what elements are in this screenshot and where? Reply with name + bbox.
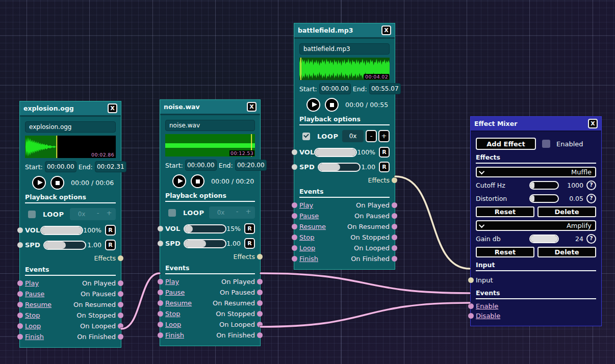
event-trigger-link[interactable]: Pause — [299, 212, 319, 220]
help-button[interactable]: ? — [586, 234, 596, 244]
loop-increment-button[interactable]: + — [243, 206, 254, 219]
spd-input-port[interactable] — [158, 241, 163, 246]
event-trigger-link[interactable]: Loop — [165, 321, 181, 328]
event-trigger-link[interactable]: Pause — [25, 290, 44, 298]
event-input-port[interactable] — [158, 290, 163, 295]
loop-increment-button[interactable]: + — [104, 208, 115, 220]
spd-input-port[interactable] — [17, 242, 23, 248]
spd-slider[interactable] — [43, 241, 86, 250]
event-input-port[interactable] — [17, 291, 23, 297]
vol-slider[interactable] — [40, 226, 83, 235]
event-output-port[interactable] — [392, 213, 397, 219]
event-input-port[interactable] — [292, 224, 297, 229]
audio-node-noise[interactable]: noise.wav X noise.wav 00:12.53 Start: 00… — [160, 99, 261, 346]
start-input[interactable]: 00:00.00 — [185, 160, 217, 171]
filename-field[interactable]: noise.wav — [165, 120, 255, 131]
event-output-port[interactable] — [257, 300, 263, 306]
event-input-port[interactable] — [17, 334, 23, 340]
audio-node-explosion[interactable]: explosion.ogg X explosion.ogg 00:02.86 S… — [19, 101, 121, 348]
event-trigger-link[interactable]: Stop — [25, 311, 40, 319]
event-input-port[interactable] — [292, 202, 297, 208]
play-button[interactable] — [172, 174, 186, 188]
node-graph-canvas[interactable]: explosion.ogg X explosion.ogg 00:02.86 S… — [0, 0, 615, 364]
event-trigger-link[interactable]: Stop — [165, 310, 181, 318]
event-input-port[interactable] — [292, 235, 297, 240]
vol-reset-button[interactable]: R — [244, 223, 255, 234]
vol-input-port[interactable] — [292, 149, 297, 155]
filename-field[interactable]: explosion.ogg — [25, 121, 116, 133]
loop-increment-button[interactable]: + — [378, 130, 390, 142]
event-output-port[interactable] — [392, 235, 397, 240]
spd-slider[interactable] — [318, 163, 361, 172]
end-input[interactable]: 00:55.07 — [369, 83, 401, 94]
waveform-display[interactable]: 00:04.02 — [299, 58, 390, 80]
vol-slider[interactable] — [184, 224, 226, 233]
loop-count-field[interactable]: 0x — [71, 211, 92, 218]
event-trigger-link[interactable]: Loop — [25, 322, 41, 330]
event-trigger-link[interactable]: Resume — [299, 223, 326, 230]
event-trigger-link[interactable]: Play — [25, 279, 39, 287]
event-input-port[interactable] — [158, 322, 163, 327]
event-output-port[interactable] — [118, 302, 123, 307]
close-button[interactable]: X — [588, 119, 598, 128]
reset-effect-button[interactable]: Reset — [476, 247, 534, 257]
node-titlebar[interactable]: Effect Mixer X — [471, 117, 601, 132]
reset-effect-button[interactable]: Reset — [476, 206, 534, 217]
loop-decrement-button[interactable]: - — [232, 206, 243, 219]
loop-checkbox[interactable] — [302, 133, 310, 140]
effect-mixer-node[interactable]: Effect Mixer X Add Effect Enabled Effect… — [470, 116, 602, 326]
event-output-port[interactable] — [257, 332, 263, 338]
node-titlebar[interactable]: battlefield.mp3 X — [294, 23, 395, 39]
add-effect-button[interactable]: Add Effect — [476, 138, 536, 150]
event-trigger-link[interactable]: Play — [165, 278, 179, 285]
event-input-port[interactable] — [158, 311, 163, 317]
vol-input-port[interactable] — [158, 226, 163, 231]
waveform-display[interactable]: 00:12.53 — [165, 134, 255, 157]
event-input-port[interactable] — [158, 279, 163, 284]
delete-effect-button[interactable]: Delete — [537, 247, 596, 257]
event-trigger-link[interactable]: Resume — [165, 299, 192, 307]
event-output-port[interactable] — [392, 245, 397, 251]
event-input-port[interactable] — [17, 313, 23, 318]
event-output-port[interactable] — [257, 322, 263, 327]
enable-link[interactable]: Enable — [476, 302, 498, 310]
audio-node-battlefield[interactable]: battlefield.mp3 X battlefield.mp3 00:04.… — [294, 23, 395, 270]
event-output-port[interactable] — [257, 279, 263, 284]
event-output-port[interactable] — [392, 224, 397, 229]
event-output-port[interactable] — [392, 202, 397, 208]
event-output-port[interactable] — [257, 290, 263, 295]
cutoff-slider[interactable] — [529, 181, 559, 190]
end-input[interactable]: 00:20.00 — [235, 160, 267, 171]
event-input-port[interactable] — [158, 332, 163, 338]
event-input-port[interactable] — [17, 280, 23, 286]
node-titlebar[interactable]: noise.wav X — [160, 100, 260, 115]
event-output-port[interactable] — [118, 323, 123, 329]
audio-input-port[interactable] — [468, 277, 474, 283]
effects-output-port[interactable] — [118, 255, 123, 261]
waveform-display[interactable]: 00:02.86 — [25, 136, 116, 158]
event-input-port[interactable] — [292, 213, 297, 219]
effects-output-port[interactable] — [257, 254, 263, 259]
event-output-port[interactable] — [118, 280, 123, 286]
stop-button[interactable] — [50, 176, 64, 190]
help-button[interactable]: ? — [586, 180, 596, 190]
close-button[interactable]: X — [381, 25, 391, 35]
spd-reset-button[interactable]: R — [105, 240, 116, 250]
loop-decrement-button[interactable]: - — [92, 208, 104, 220]
stop-button[interactable] — [325, 98, 339, 112]
spd-slider[interactable] — [184, 239, 226, 248]
end-input[interactable]: 00:02.31 — [95, 161, 126, 172]
event-output-port[interactable] — [392, 256, 397, 262]
spd-input-port[interactable] — [292, 164, 297, 170]
loop-checkbox[interactable] — [28, 211, 36, 218]
event-input-port[interactable] — [292, 245, 297, 251]
enable-input-port[interactable] — [468, 303, 474, 309]
close-button[interactable]: X — [108, 103, 117, 113]
spd-reset-button[interactable]: R — [379, 162, 390, 172]
effect-header[interactable]: Amplify — [476, 220, 596, 231]
play-button[interactable] — [306, 98, 320, 112]
vol-input-port[interactable] — [17, 227, 23, 233]
play-button[interactable] — [32, 176, 46, 190]
enabled-checkbox[interactable] — [542, 140, 550, 148]
spd-reset-button[interactable]: R — [244, 238, 255, 249]
